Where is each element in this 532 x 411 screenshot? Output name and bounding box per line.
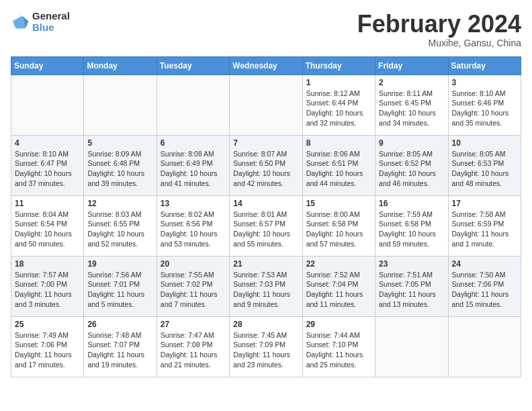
calendar-cell: 10Sunrise: 8:05 AM Sunset: 6:53 PM Dayli… [448, 135, 521, 195]
calendar-cell: 2Sunrise: 8:11 AM Sunset: 6:45 PM Daylig… [375, 75, 448, 135]
day-number: 9 [379, 138, 444, 148]
day-number: 14 [233, 199, 298, 208]
calendar-cell: 19Sunrise: 7:56 AM Sunset: 7:01 PM Dayli… [84, 256, 157, 316]
day-info: Sunrise: 8:00 AM Sunset: 6:58 PM Dayligh… [306, 210, 371, 249]
calendar-week-2: 4Sunrise: 8:10 AM Sunset: 6:47 PM Daylig… [11, 135, 521, 195]
day-number: 28 [233, 320, 298, 329]
calendar-cell: 20Sunrise: 7:55 AM Sunset: 7:02 PM Dayli… [157, 256, 229, 316]
day-number: 25 [15, 320, 80, 329]
day-info: Sunrise: 8:12 AM Sunset: 6:44 PM Dayligh… [306, 89, 371, 128]
calendar-cell: 26Sunrise: 7:48 AM Sunset: 7:07 PM Dayli… [84, 316, 157, 377]
day-number: 8 [306, 138, 371, 148]
day-info: Sunrise: 7:52 AM Sunset: 7:04 PM Dayligh… [306, 270, 371, 310]
day-number: 23 [379, 259, 444, 269]
calendar-cell: 28Sunrise: 7:45 AM Sunset: 7:09 PM Dayli… [230, 316, 302, 377]
day-info: Sunrise: 8:03 AM Sunset: 6:55 PM Dayligh… [87, 210, 152, 249]
day-info: Sunrise: 8:11 AM Sunset: 6:45 PM Dayligh… [379, 89, 444, 128]
day-number: 5 [87, 138, 152, 148]
calendar-table: SundayMondayTuesdayWednesdayThursdayFrid… [11, 56, 521, 377]
weekday-header-saturday: Saturday [448, 56, 521, 75]
day-info: Sunrise: 8:04 AM Sunset: 6:54 PM Dayligh… [15, 210, 80, 249]
calendar-week-3: 11Sunrise: 8:04 AM Sunset: 6:54 PM Dayli… [11, 195, 521, 256]
calendar-cell [157, 75, 229, 135]
page-header: General Blue February 2024 Muxihe, Gansu… [11, 11, 521, 48]
day-info: Sunrise: 7:45 AM Sunset: 7:09 PM Dayligh… [233, 330, 298, 370]
day-info: Sunrise: 7:44 AM Sunset: 7:10 PM Dayligh… [306, 330, 371, 370]
weekday-header-friday: Friday [375, 56, 448, 75]
day-number: 21 [233, 259, 298, 269]
day-info: Sunrise: 8:05 AM Sunset: 6:52 PM Dayligh… [379, 149, 444, 189]
calendar-cell: 17Sunrise: 7:58 AM Sunset: 6:59 PM Dayli… [448, 195, 521, 256]
calendar-cell: 7Sunrise: 8:07 AM Sunset: 6:50 PM Daylig… [230, 135, 302, 195]
calendar-cell [375, 316, 448, 377]
day-number: 6 [161, 138, 226, 148]
day-number: 13 [161, 199, 226, 208]
calendar-cell [448, 316, 521, 377]
calendar-cell: 5Sunrise: 8:09 AM Sunset: 6:48 PM Daylig… [84, 135, 157, 195]
weekday-header-sunday: Sunday [11, 56, 84, 75]
day-info: Sunrise: 7:48 AM Sunset: 7:07 PM Dayligh… [87, 330, 152, 370]
day-number: 27 [161, 320, 226, 329]
weekday-header-thursday: Thursday [302, 56, 375, 75]
weekday-header-wednesday: Wednesday [230, 56, 302, 75]
calendar-cell: 22Sunrise: 7:52 AM Sunset: 7:04 PM Dayli… [302, 256, 375, 316]
day-number: 17 [452, 199, 517, 208]
calendar-cell: 27Sunrise: 7:47 AM Sunset: 7:08 PM Dayli… [157, 316, 229, 377]
day-number: 29 [306, 320, 371, 329]
day-info: Sunrise: 7:50 AM Sunset: 7:06 PM Dayligh… [452, 270, 517, 310]
day-info: Sunrise: 7:53 AM Sunset: 7:03 PM Dayligh… [233, 270, 298, 310]
day-number: 10 [452, 138, 517, 148]
calendar-cell: 23Sunrise: 7:51 AM Sunset: 7:05 PM Dayli… [375, 256, 448, 316]
day-info: Sunrise: 8:08 AM Sunset: 6:49 PM Dayligh… [161, 149, 226, 189]
day-number: 26 [87, 320, 152, 329]
calendar-cell [11, 75, 84, 135]
calendar-cell: 24Sunrise: 7:50 AM Sunset: 7:06 PM Dayli… [448, 256, 521, 316]
day-info: Sunrise: 7:58 AM Sunset: 6:59 PM Dayligh… [452, 210, 517, 249]
day-number: 19 [87, 259, 152, 269]
day-number: 18 [15, 259, 80, 269]
day-number: 11 [15, 199, 80, 208]
day-number: 20 [161, 259, 226, 269]
calendar-cell: 11Sunrise: 8:04 AM Sunset: 6:54 PM Dayli… [11, 195, 84, 256]
day-info: Sunrise: 8:07 AM Sunset: 6:50 PM Dayligh… [233, 149, 298, 189]
month-title: February 2024 [357, 11, 521, 38]
day-info: Sunrise: 8:06 AM Sunset: 6:51 PM Dayligh… [306, 149, 371, 189]
calendar-cell: 18Sunrise: 7:57 AM Sunset: 7:00 PM Dayli… [11, 256, 84, 316]
calendar-cell: 3Sunrise: 8:10 AM Sunset: 6:46 PM Daylig… [448, 75, 521, 135]
calendar-cell: 6Sunrise: 8:08 AM Sunset: 6:49 PM Daylig… [157, 135, 229, 195]
day-info: Sunrise: 8:10 AM Sunset: 6:47 PM Dayligh… [15, 149, 80, 189]
calendar-cell: 1Sunrise: 8:12 AM Sunset: 6:44 PM Daylig… [302, 75, 375, 135]
day-info: Sunrise: 7:56 AM Sunset: 7:01 PM Dayligh… [87, 270, 152, 310]
day-info: Sunrise: 7:51 AM Sunset: 7:05 PM Dayligh… [379, 270, 444, 310]
day-info: Sunrise: 8:02 AM Sunset: 6:56 PM Dayligh… [161, 210, 226, 249]
day-number: 1 [306, 78, 371, 87]
calendar-week-1: 1Sunrise: 8:12 AM Sunset: 6:44 PM Daylig… [11, 75, 521, 135]
location: Muxihe, Gansu, China [357, 38, 521, 48]
calendar-cell [230, 75, 302, 135]
day-info: Sunrise: 7:47 AM Sunset: 7:08 PM Dayligh… [161, 330, 226, 370]
weekday-header-row: SundayMondayTuesdayWednesdayThursdayFrid… [11, 56, 521, 75]
calendar-cell: 16Sunrise: 7:59 AM Sunset: 6:58 PM Dayli… [375, 195, 448, 256]
calendar-cell: 21Sunrise: 7:53 AM Sunset: 7:03 PM Dayli… [230, 256, 302, 316]
day-number: 2 [379, 78, 444, 87]
day-number: 7 [233, 138, 298, 148]
day-info: Sunrise: 8:10 AM Sunset: 6:46 PM Dayligh… [452, 89, 517, 128]
day-number: 24 [452, 259, 517, 269]
day-number: 4 [15, 138, 80, 148]
day-number: 3 [452, 78, 517, 87]
title-block: February 2024 Muxihe, Gansu, China [357, 11, 521, 48]
day-number: 12 [87, 199, 152, 208]
logo-blue-label: Blue [32, 22, 70, 34]
calendar-cell: 15Sunrise: 8:00 AM Sunset: 6:58 PM Dayli… [302, 195, 375, 256]
weekday-header-tuesday: Tuesday [157, 56, 229, 75]
calendar-cell: 8Sunrise: 8:06 AM Sunset: 6:51 PM Daylig… [302, 135, 375, 195]
calendar-cell [84, 75, 157, 135]
logo: General Blue [11, 11, 70, 33]
day-number: 22 [306, 259, 371, 269]
calendar-week-4: 18Sunrise: 7:57 AM Sunset: 7:00 PM Dayli… [11, 256, 521, 316]
calendar-cell: 9Sunrise: 8:05 AM Sunset: 6:52 PM Daylig… [375, 135, 448, 195]
calendar-week-5: 25Sunrise: 7:49 AM Sunset: 7:06 PM Dayli… [11, 316, 521, 377]
calendar-cell: 14Sunrise: 8:01 AM Sunset: 6:57 PM Dayli… [230, 195, 302, 256]
calendar-cell: 13Sunrise: 8:02 AM Sunset: 6:56 PM Dayli… [157, 195, 229, 256]
day-info: Sunrise: 7:55 AM Sunset: 7:02 PM Dayligh… [161, 270, 226, 310]
